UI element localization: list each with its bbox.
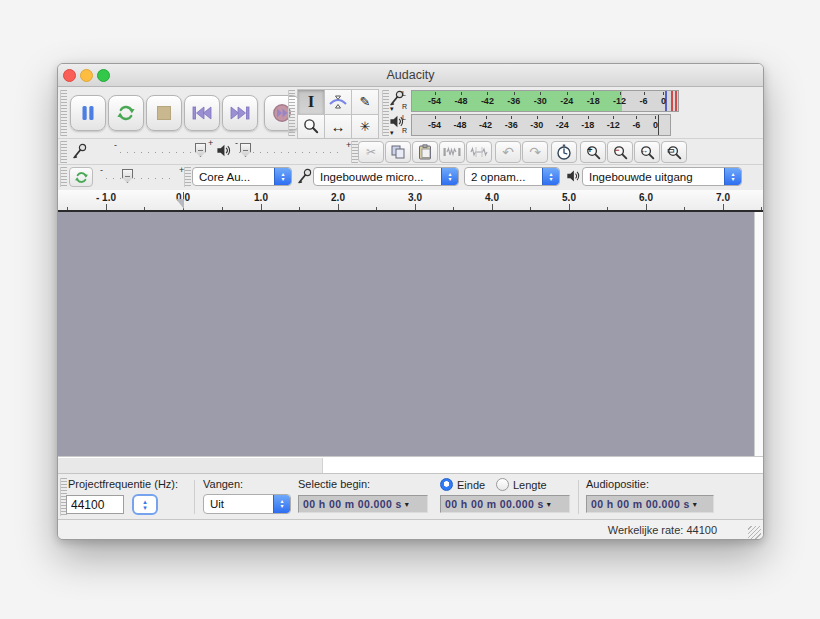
pencil-icon: ✎ xyxy=(360,94,371,109)
copy-icon xyxy=(390,144,406,160)
zoom-in-button[interactable]: + xyxy=(580,141,606,163)
channel-left-label: L xyxy=(402,90,410,97)
actual-rate-text: Werkelijke rate: 44100 xyxy=(608,524,717,536)
time-format-dropdown-icon[interactable]: ▾ xyxy=(547,500,551,509)
input-volume-min-label: - xyxy=(114,141,117,150)
input-volume-slider[interactable] xyxy=(120,149,206,153)
channel-right-label: R xyxy=(402,127,410,134)
copy-button[interactable] xyxy=(385,141,411,163)
horizontal-scrollbar[interactable] xyxy=(58,456,763,473)
envelope-tool-button[interactable] xyxy=(325,90,351,114)
stop-icon xyxy=(157,106,171,120)
output-volume-min-label: - xyxy=(235,139,238,148)
zoom-tool-button[interactable] xyxy=(298,115,324,139)
track-panel xyxy=(58,212,763,456)
window-title: Audacity xyxy=(58,68,763,82)
play-at-speed-button[interactable] xyxy=(69,167,93,187)
playback-speed-slider[interactable] xyxy=(106,175,176,179)
timeline-ruler[interactable]: - 1.0 0.0 1.0 2.0 3.0 4.0 5.0 6.0 7.0 xyxy=(58,190,763,212)
vertical-scrollbar[interactable] xyxy=(754,212,764,456)
multi-tool-button[interactable]: ✳ xyxy=(352,115,378,139)
end-radio-label[interactable]: Einde xyxy=(457,479,485,491)
dropdown-arrows-icon: ▴▾ xyxy=(273,495,290,513)
trim-audio-button[interactable] xyxy=(439,141,465,163)
scrub-handle-icon[interactable] xyxy=(176,199,184,209)
trim-icon xyxy=(443,145,461,159)
play-button[interactable] xyxy=(108,95,144,131)
recording-meter[interactable]: -54-48 -42-36 -30-24 -18-12 -60 xyxy=(411,90,679,112)
selection-start-label: Selectie begin: xyxy=(298,478,370,490)
meter-toolbar-grip[interactable] xyxy=(382,90,389,136)
snap-to-dropdown[interactable]: Uit ▴▾ xyxy=(203,494,291,514)
recording-channels-dropdown[interactable]: 2 opnam... ▴▾ xyxy=(464,167,560,186)
transport-toolbar-grip[interactable] xyxy=(60,90,67,136)
input-volume-thumb[interactable] xyxy=(195,143,206,157)
fit-selection-icon: ↔ xyxy=(640,146,648,155)
toolbar-dock: I ✎ ↔ ✳ ▾ L R xyxy=(58,87,763,190)
playback-meter-dropdown-icon[interactable]: ▾ xyxy=(390,129,394,136)
time-format-dropdown-icon[interactable]: ▾ xyxy=(405,500,409,509)
paste-button[interactable] xyxy=(412,141,438,163)
skip-to-end-button[interactable] xyxy=(222,95,258,131)
project-rate-input[interactable] xyxy=(66,495,124,514)
mixer-microphone-icon xyxy=(72,143,88,159)
draw-tool-button[interactable]: ✎ xyxy=(352,90,378,114)
skip-to-start-button[interactable] xyxy=(184,95,220,131)
resize-grip[interactable] xyxy=(748,526,761,539)
playback-device-dropdown[interactable]: Ingebouwde uitgang ▴▾ xyxy=(582,167,742,186)
tools-toolbar-grip[interactable] xyxy=(288,90,295,136)
length-radio[interactable] xyxy=(496,478,509,491)
pause-button[interactable] xyxy=(70,95,106,131)
audacity-window: Audacity I xyxy=(57,63,764,540)
channel-left-label: L xyxy=(402,114,410,121)
snap-to-label: Vangen: xyxy=(203,478,243,490)
recording-meter-scale: -54-48 -42-36 -30-24 -18-12 -60 xyxy=(412,91,678,111)
edit-toolbar-grip[interactable] xyxy=(351,141,358,163)
playback-meter-channels: L R xyxy=(402,113,410,135)
ruler-label: 6.0 xyxy=(639,192,653,203)
dropdown-arrows-icon: ▴▾ xyxy=(542,168,559,185)
magnifier-icon xyxy=(303,118,319,134)
selection-start-time-field[interactable]: 00 h 00 m 00.000 s ▾ xyxy=(298,495,428,513)
undo-button[interactable]: ↶ xyxy=(495,141,521,163)
recording-device-dropdown[interactable]: Ingebouwde micro... ▴▾ xyxy=(313,167,459,186)
fit-selection-button[interactable]: ↔ xyxy=(634,141,660,163)
output-volume-slider[interactable] xyxy=(239,149,343,153)
fit-project-button[interactable]: ▭ xyxy=(661,141,687,163)
end-radio[interactable] xyxy=(440,478,453,491)
device-toolbar-grip[interactable] xyxy=(184,167,191,187)
title-bar[interactable]: Audacity xyxy=(58,64,763,87)
mixer-toolbar-grip[interactable] xyxy=(60,141,67,163)
time-format-dropdown-icon[interactable]: ▾ xyxy=(693,500,697,509)
sync-lock-button[interactable] xyxy=(551,141,577,163)
ruler-label: 2.0 xyxy=(331,192,345,203)
stepper-down-icon[interactable]: ▾ xyxy=(143,505,147,511)
record-meter-dropdown-icon[interactable]: ▾ xyxy=(390,105,394,112)
play-at-speed-toolbar-grip[interactable] xyxy=(60,167,67,187)
time-shift-tool-button[interactable]: ↔ xyxy=(325,115,351,139)
output-volume-thumb[interactable] xyxy=(240,143,251,157)
cut-button[interactable]: ✂ xyxy=(358,141,384,163)
redo-button[interactable]: ↷ xyxy=(522,141,548,163)
playback-device-icon xyxy=(566,169,580,183)
audio-position-value: 00 h 00 m 00.000 s xyxy=(591,498,690,510)
audio-position-time-field[interactable]: 00 h 00 m 00.000 s ▾ xyxy=(586,495,714,513)
project-rate-stepper[interactable]: ▴ ▾ xyxy=(132,494,158,515)
input-volume-max-label: + xyxy=(208,139,213,148)
selection-toolbar: Projectfrequentie (Hz): ▴ ▾ Vangen: Uit … xyxy=(58,473,763,519)
zoom-out-button[interactable]: − xyxy=(607,141,633,163)
selection-end-time-field[interactable]: 00 h 00 m 00.000 s ▾ xyxy=(440,495,570,513)
cut-icon: ✂ xyxy=(366,145,376,159)
playback-speed-thumb[interactable] xyxy=(122,169,133,183)
dropdown-arrows-icon: ▴▾ xyxy=(724,168,741,185)
ruler-label: 3.0 xyxy=(408,192,422,203)
recording-device-value: Ingebouwde micro... xyxy=(314,171,441,183)
playback-meter[interactable]: -54-48 -42-36 -30-24 -18-12 -60 xyxy=(411,114,671,136)
stop-button[interactable] xyxy=(146,95,182,131)
status-bar: Werkelijke rate: 44100 xyxy=(58,519,763,540)
audio-host-dropdown[interactable]: Core Au... ▴▾ xyxy=(192,167,292,186)
length-radio-label[interactable]: Lengte xyxy=(513,479,547,491)
silence-audio-button[interactable] xyxy=(466,141,492,163)
horizontal-scrollbar-thumb[interactable] xyxy=(58,458,323,473)
selection-tool-button[interactable]: I xyxy=(298,90,324,114)
